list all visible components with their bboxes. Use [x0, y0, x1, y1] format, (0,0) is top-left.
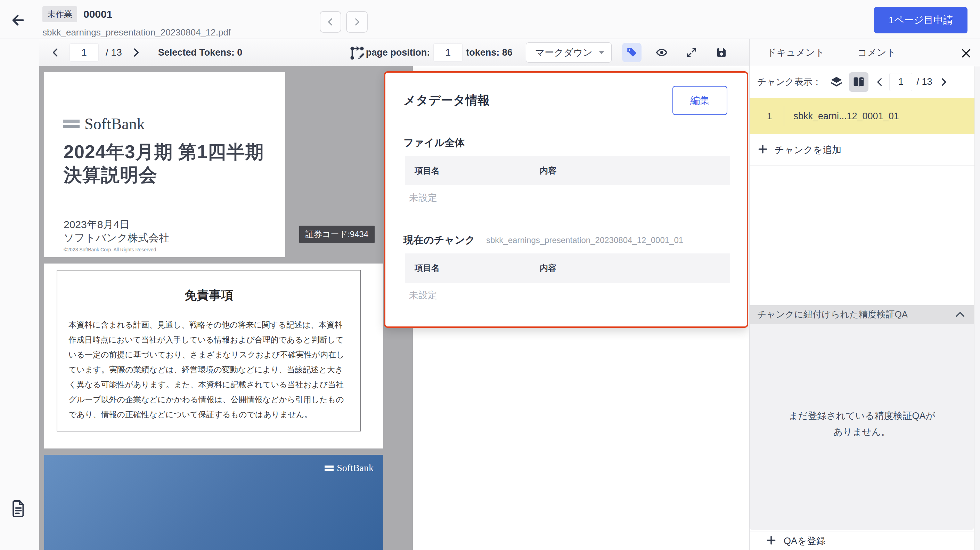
save-icon[interactable]: [712, 43, 731, 62]
tokens-count-label: tokens: 86: [466, 47, 512, 58]
document-list-icon[interactable]: [10, 499, 26, 520]
book-view-icon[interactable]: [849, 72, 869, 92]
qa-header-label: チャンクに紐付けられた精度検証QA: [757, 308, 908, 320]
chunk-section-heading: 現在のチャンク: [404, 233, 475, 247]
softbank-logo: SoftBank: [63, 115, 145, 133]
token-route-edit-icon[interactable]: [349, 45, 365, 62]
file-section-heading: ファイル全体: [404, 136, 465, 150]
pdf-page-2[interactable]: 免責事項 本資料に含まれる計画、見通し、戦略その他の将来に関する記述は、本資料 …: [44, 263, 383, 448]
disclaimer-body: 本資料に含まれる計画、見通し、戦略その他の将来に関する記述は、本資料 作成日時点…: [68, 317, 349, 422]
qa-section: チャンクに紐付けられた精度検証QA まだ登録されている精度検証QAが ありません…: [749, 305, 974, 530]
add-qa-button[interactable]: QAを登録: [749, 532, 974, 550]
document-id: 00001: [83, 8, 112, 20]
chunk-page-input[interactable]: [889, 73, 912, 91]
status-badge: 未作業: [42, 6, 77, 22]
document-filename: sbkk_earnings_presentation_20230804_12.p…: [42, 27, 231, 38]
viewer-toolbar: / 13 Selected Tokens: 0 page positi: [39, 39, 749, 66]
slide-date: 2023年8月4日: [64, 218, 130, 232]
chunk-display-controls: チャンク表示： / 13: [749, 66, 980, 98]
softbank-logo-white: SoftBank: [325, 462, 374, 473]
submit-page-button[interactable]: 1ページ目申請: [874, 7, 967, 33]
selected-tokens-label: Selected Tokens: 0: [158, 47, 243, 58]
add-chunk-label: チャンクを追加: [775, 143, 842, 156]
tab-comment[interactable]: コメント: [858, 46, 896, 59]
disclaimer-box: 免責事項 本資料に含まれる計画、見通し、戦略その他の将来に関する記述は、本資料 …: [57, 270, 361, 432]
top-bar: 未作業 00001 sbkk_earnings_presentation_202…: [0, 0, 980, 39]
page-position-label: page position:: [366, 47, 430, 58]
document-header: 未作業 00001 sbkk_earnings_presentation_202…: [42, 6, 231, 38]
divider: [784, 106, 784, 126]
column-content: 内容: [540, 263, 556, 274]
edit-metadata-button[interactable]: 編集: [673, 86, 727, 115]
chunk-prev-icon[interactable]: [874, 76, 886, 88]
qa-empty-state: まだ登録されている精度検証QAが ありません。: [749, 324, 974, 530]
metadata-panel-title: メタデータ情報: [404, 92, 490, 108]
column-content: 内容: [540, 165, 556, 176]
close-icon[interactable]: [960, 47, 972, 59]
chunk-page-total: / 13: [916, 77, 932, 87]
file-metadata-empty: 未設定: [409, 191, 437, 204]
chunk-next-icon[interactable]: [938, 76, 950, 88]
add-chunk-button[interactable]: チャンクを追加: [749, 134, 980, 166]
chunk-number: 1: [767, 111, 772, 122]
prev-document-button[interactable]: [320, 11, 341, 33]
right-panel: ドキュメント コメント チャンク表示： / 13 1: [749, 39, 980, 550]
page-next-icon[interactable]: [129, 46, 143, 59]
qa-empty-text: まだ登録されている精度検証QAが ありません。: [749, 408, 974, 440]
page-total-label: / 13: [106, 47, 122, 58]
view-mode-dropdown[interactable]: マークダウン: [526, 42, 612, 62]
pdf-page-1[interactable]: SoftBank 2024年3月期 第1四半期 決算説明会 2023年8月4日 …: [44, 72, 285, 257]
back-arrow-icon[interactable]: [10, 12, 26, 29]
current-chunk-id: sbkk_earnings_presentation_20230804_12_0…: [486, 235, 683, 245]
right-panel-header: ドキュメント コメント: [749, 39, 980, 66]
slide-title: 2024年3月期 第1四半期 決算説明会: [64, 140, 264, 187]
slide-copyright: ©2023 SoftBank Corp. All Rights Reserved: [64, 247, 156, 252]
page-position-input[interactable]: [433, 43, 463, 62]
add-qa-label: QAを登録: [784, 535, 826, 547]
page-prev-icon[interactable]: [49, 46, 62, 59]
chevron-up-icon: [954, 308, 966, 321]
plus-icon: [757, 143, 768, 156]
page-number-input[interactable]: [70, 43, 99, 62]
view-mode-value: マークダウン: [535, 46, 592, 59]
softbank-logo-bars-icon: [63, 120, 80, 128]
pdf-canvas: SoftBank 2024年3月期 第1四半期 決算説明会 2023年8月4日 …: [39, 66, 413, 550]
chunk-label: sbkk_earni...12_0001_01: [793, 111, 899, 122]
column-item-name: 項目名: [415, 263, 540, 274]
metadata-panel: メタデータ情報 編集 ファイル全体 項目名 内容 未設定 現在のチャンク sbk…: [384, 71, 748, 328]
next-document-button[interactable]: [346, 11, 368, 33]
softbank-logo-bars-icon: [325, 466, 334, 471]
layers-icon[interactable]: [829, 74, 844, 90]
tab-document[interactable]: ドキュメント: [767, 46, 825, 59]
column-item-name: 項目名: [415, 165, 540, 176]
chunk-list-item[interactable]: 1 sbkk_earni...12_0001_01: [749, 98, 980, 134]
stock-code-badge: 証券コード:9434: [299, 226, 375, 243]
slide-company: ソフトバンク株式会社: [64, 231, 169, 245]
document-pager: [320, 11, 368, 33]
pdf-page-3[interactable]: SoftBank 2024年3月期 第1四半期: [44, 455, 383, 550]
softbank-logo-text: SoftBank: [84, 115, 145, 133]
scrollbar[interactable]: [974, 66, 980, 550]
chunk-metadata-empty: 未設定: [409, 289, 437, 301]
chevron-down-icon: [599, 51, 605, 54]
chunk-display-label: チャンク表示：: [757, 76, 821, 88]
qa-section-header[interactable]: チャンクに紐付けられた精度検証QA: [749, 305, 974, 324]
app-root: 未作業 00001 sbkk_earnings_presentation_202…: [0, 0, 980, 550]
softbank-logo-text: SoftBank: [337, 462, 374, 473]
tag-toggle-button[interactable]: [622, 43, 641, 62]
expand-icon[interactable]: [682, 43, 701, 62]
disclaimer-title: 免責事項: [57, 287, 360, 303]
file-metadata-table-header: 項目名 内容: [405, 156, 730, 185]
plus-icon: [765, 535, 777, 547]
eye-icon[interactable]: [652, 43, 671, 62]
left-rail: [0, 39, 39, 550]
chunk-metadata-table-header: 項目名 内容: [405, 253, 730, 283]
